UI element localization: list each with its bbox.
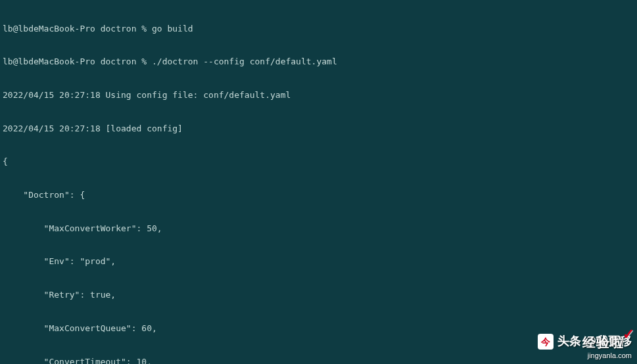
terminal-output[interactable]: lb@lbdeMacBook-Pro doctron % go build lb… [3, 1, 634, 364]
watermark-check-icon: ✓ [623, 325, 634, 344]
terminal-line: "MaxConvertWorker": 50, [3, 223, 634, 235]
toutiao-logo-icon: 今 [538, 334, 554, 350]
terminal-line: lb@lbdeMacBook-Pro doctron % go build [3, 24, 634, 35]
terminal-line: 2022/04/15 20:27:18 Using config file: c… [3, 90, 634, 101]
watermark-overlay-text: 经验啦 [582, 334, 624, 351]
terminal-line: { [3, 156, 634, 168]
terminal-line: "Doctron": { [3, 190, 634, 201]
watermark-url: jingyanla.com [588, 351, 632, 360]
terminal-line: lb@lbdeMacBook-Pro doctron % ./doctron -… [3, 57, 634, 68]
terminal-line: "Env": "prod", [3, 256, 634, 267]
terminal-line: 2022/04/15 20:27:18 [loaded config] [3, 124, 634, 135]
terminal-line: "MaxConvertQueue": 60, [3, 323, 634, 334]
terminal-line: "Retry": true, [3, 290, 634, 301]
